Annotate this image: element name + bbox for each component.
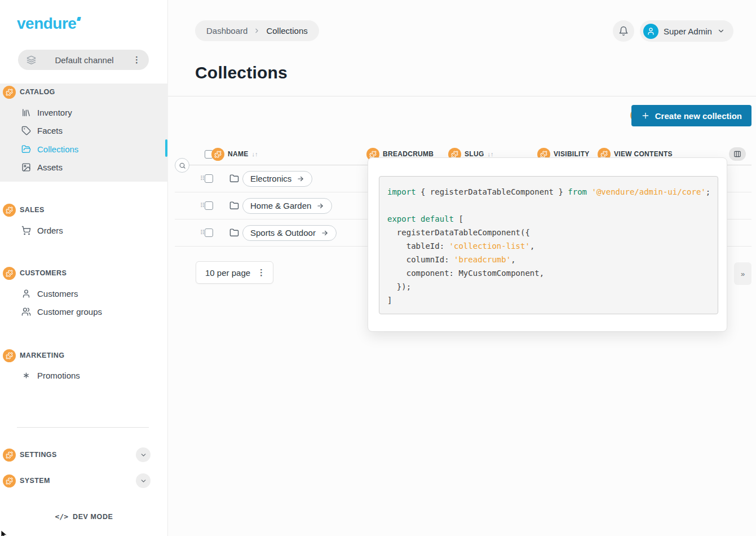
- channel-label: Default channel: [36, 55, 132, 65]
- active-item-indicator: [165, 139, 167, 157]
- folder-icon: [229, 201, 239, 210]
- sidebar-item-customers[interactable]: Customers: [21, 286, 78, 301]
- breadcrumb-dashboard[interactable]: Dashboard: [206, 26, 247, 36]
- collection-link[interactable]: Home & Garden: [242, 198, 332, 214]
- user-icon: [21, 289, 31, 298]
- sort-icon[interactable]: ↓↑: [488, 151, 494, 157]
- extension-point-icon[interactable]: [3, 349, 16, 362]
- sidebar-item-promotions[interactable]: Promotions: [21, 368, 80, 383]
- sidebar-divider: [17, 427, 149, 428]
- sidebar-item-inventory[interactable]: Inventory: [21, 105, 72, 120]
- chevron-down-icon: [717, 27, 725, 35]
- columns-icon: [733, 150, 741, 158]
- title-divider: [168, 96, 756, 96]
- sidebar-item-facets[interactable]: Facets: [21, 123, 63, 138]
- code-block: import { registerDataTableComponent } fr…: [379, 176, 718, 314]
- channel-selector[interactable]: Default channel ⋮: [18, 50, 149, 70]
- collection-link[interactable]: Electronics: [242, 171, 312, 187]
- library-icon: [21, 108, 31, 117]
- breadcrumb: Dashboard Collections: [195, 20, 319, 41]
- section-header-customers: CUSTOMERS: [3, 266, 67, 280]
- avatar: [643, 24, 658, 39]
- tag-icon: [21, 126, 31, 135]
- vendure-logo[interactable]: vendure: [17, 15, 81, 33]
- chevron-down-icon[interactable]: [136, 473, 151, 488]
- plus-icon: [641, 111, 650, 120]
- sidebar: vendure Default channel ⋮ CATALOG Invent…: [0, 0, 168, 536]
- column-settings-button[interactable]: [729, 147, 746, 161]
- folder-open-icon: [21, 144, 31, 154]
- chevron-right-icon: [253, 27, 260, 34]
- mouse-cursor: [1, 530, 10, 536]
- code-icon: </>: [55, 512, 68, 521]
- extension-point-icon[interactable]: [211, 148, 224, 161]
- chevron-down-icon[interactable]: [136, 447, 151, 462]
- bell-icon: [618, 26, 629, 36]
- folder-icon: [229, 174, 239, 183]
- sidebar-section-system[interactable]: SYSTEM: [3, 473, 151, 488]
- page-title: Collections: [195, 63, 288, 82]
- folder-icon: [229, 228, 239, 238]
- sidebar-item-orders[interactable]: Orders: [21, 223, 63, 238]
- section-header-sales: SALES: [3, 203, 45, 217]
- extension-point-icon[interactable]: [3, 449, 16, 462]
- row-checkbox[interactable]: [205, 201, 213, 210]
- sidebar-item-customer-groups[interactable]: Customer groups: [21, 304, 102, 319]
- drag-handle[interactable]: ⠿: [200, 175, 204, 182]
- extension-point-icon[interactable]: [3, 267, 16, 280]
- sidebar-section-settings[interactable]: SETTINGS: [3, 447, 151, 462]
- drag-handle[interactable]: ⠿: [200, 202, 204, 209]
- sidebar-item-assets[interactable]: Assets: [21, 160, 63, 174]
- arrow-right-icon: [316, 202, 324, 210]
- dev-mode-toggle[interactable]: </> DEV MODE: [0, 512, 168, 521]
- kebab-menu-icon: ⋮: [257, 267, 266, 278]
- main-content: Dashboard Collections Super Admin Collec…: [168, 0, 756, 536]
- items-per-page-selector[interactable]: 10 per page ⋮: [196, 261, 273, 284]
- extension-point-icon[interactable]: [3, 86, 16, 99]
- layers-icon: [26, 55, 36, 65]
- cart-icon: [21, 226, 31, 235]
- sort-icon[interactable]: ↓↑: [252, 151, 258, 157]
- extension-point-icon[interactable]: [3, 475, 16, 487]
- breadcrumb-collections[interactable]: Collections: [266, 26, 307, 36]
- dev-mode-code-popover: import { registerDataTableComponent } fr…: [368, 157, 727, 332]
- row-checkbox[interactable]: [205, 174, 213, 183]
- create-new-collection-button[interactable]: Create new collection: [631, 105, 751, 126]
- notifications-button[interactable]: [613, 20, 634, 42]
- asterisk-icon: [21, 371, 31, 380]
- pagination-last-button[interactable]: »: [734, 262, 751, 285]
- image-icon: [21, 162, 31, 172]
- header-cell-name: NAME ↓↑: [205, 143, 258, 165]
- channel-menu-icon[interactable]: ⋮: [132, 55, 141, 65]
- sidebar-item-collections[interactable]: Collections: [21, 142, 78, 156]
- user-menu[interactable]: Super Admin: [640, 20, 733, 42]
- user-name: Super Admin: [664, 27, 712, 36]
- collection-link[interactable]: Sports & Outdoor: [242, 225, 337, 241]
- extension-point-icon[interactable]: [3, 204, 16, 217]
- arrow-right-icon: [297, 175, 304, 183]
- drag-handle[interactable]: ⠿: [200, 229, 204, 236]
- table-search-button[interactable]: [175, 158, 189, 173]
- search-icon: [179, 162, 186, 169]
- row-checkbox[interactable]: [205, 229, 213, 237]
- arrow-right-icon: [321, 229, 329, 237]
- section-header-marketing: MARKETING: [3, 348, 64, 363]
- section-header-catalog: CATALOG: [3, 85, 55, 99]
- users-icon: [21, 307, 31, 317]
